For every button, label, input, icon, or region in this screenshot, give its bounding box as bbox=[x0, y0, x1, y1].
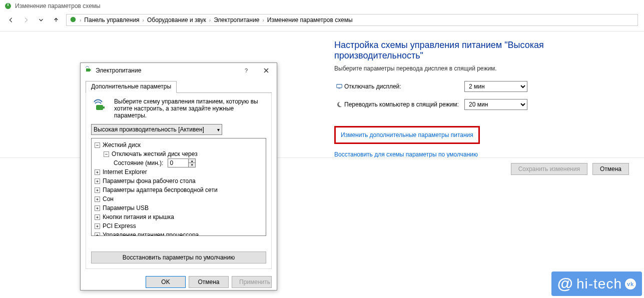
expand-icon[interactable]: + bbox=[95, 224, 100, 229]
crumb-power[interactable]: Электропитание bbox=[214, 16, 259, 24]
tab-advanced[interactable]: Дополнительные параметры bbox=[86, 81, 177, 93]
watermark-at: @ bbox=[557, 274, 573, 293]
window-title-bar: Изменение параметров схемы bbox=[0, 0, 644, 12]
svg-rect-2 bbox=[337, 84, 342, 88]
nav-bar: › Панель управления › Оборудование и зву… bbox=[0, 12, 644, 32]
crumb-hardware[interactable]: Оборудование и звук bbox=[147, 16, 206, 24]
tree-hdd-state-label: Состояние (мин.): bbox=[114, 158, 163, 168]
svg-rect-7 bbox=[96, 105, 103, 110]
ok-button[interactable]: OK bbox=[146, 276, 186, 288]
tree-usb[interactable]: Параметры USB bbox=[103, 204, 149, 212]
tabstrip: Дополнительные параметры bbox=[86, 81, 272, 93]
close-button[interactable] bbox=[260, 65, 273, 76]
power-plan-selected: Высокая производительность [Активен] bbox=[94, 126, 204, 133]
tree-hdd[interactable]: Жесткий диск bbox=[103, 140, 141, 150]
expand-icon[interactable]: + bbox=[95, 214, 100, 220]
display-off-select[interactable]: 2 мин bbox=[464, 81, 527, 92]
dialog-body: Дополнительные параметры Выберите схему … bbox=[81, 78, 277, 273]
setting-sleep-label: Переводить компьютер в спящий режим: bbox=[344, 101, 464, 108]
recent-dropdown[interactable] bbox=[36, 15, 46, 25]
setting-sleep: Переводить компьютер в спящий режим: 20 … bbox=[334, 99, 624, 110]
watermark-brand: hi-tech bbox=[576, 276, 622, 292]
breadcrumb-sep-icon: › bbox=[263, 18, 264, 23]
forward-button[interactable] bbox=[21, 15, 31, 25]
expand-icon[interactable]: + bbox=[95, 170, 100, 175]
crumb-edit-plan[interactable]: Изменение параметров схемы bbox=[267, 16, 353, 24]
battery-icon bbox=[85, 66, 93, 76]
page-subtext: Выберите параметры перевода дисплея в сп… bbox=[334, 65, 624, 72]
tree-hdd-off[interactable]: Отключать жесткий диск через bbox=[112, 150, 198, 158]
breadcrumb-sep-icon: › bbox=[143, 18, 144, 23]
vk-icon: vk bbox=[625, 278, 636, 290]
dialog-intro-text: Выберите схему управления питанием, кото… bbox=[114, 98, 266, 119]
expand-icon[interactable]: + bbox=[95, 178, 100, 184]
restore-defaults-button[interactable]: Восстановить параметры по умолчанию bbox=[91, 252, 266, 264]
main-content: Настройка схемы управления питанием "Выс… bbox=[334, 40, 624, 158]
expand-icon[interactable]: + bbox=[95, 206, 100, 211]
apply-button[interactable]: Применить bbox=[232, 276, 272, 288]
breadcrumb[interactable]: › Панель управления › Оборудование и зву… bbox=[66, 14, 638, 26]
svg-text:?: ? bbox=[245, 68, 248, 74]
page-footer-buttons: Сохранить изменения Отмена bbox=[511, 163, 629, 175]
power-plug-icon bbox=[91, 98, 109, 116]
restore-plan-defaults-link[interactable]: Восстановить для схемы параметры по умол… bbox=[334, 151, 478, 158]
tree-pci[interactable]: PCI Express bbox=[103, 222, 136, 230]
help-button[interactable]: ? bbox=[240, 65, 253, 76]
breadcrumb-sep-icon: › bbox=[209, 18, 211, 23]
collapse-icon[interactable]: − bbox=[104, 152, 109, 157]
dialog-titlebar: Электропитание ? bbox=[81, 63, 277, 78]
sleep-select[interactable]: 20 мин bbox=[464, 99, 527, 110]
watermark: @ hi-tech vk bbox=[551, 272, 642, 296]
hdd-minutes-spinner[interactable]: ▴▾ bbox=[168, 158, 196, 168]
hdd-minutes-input[interactable] bbox=[168, 159, 188, 167]
back-button[interactable] bbox=[6, 15, 16, 25]
crumb-control-panel[interactable]: Панель управления bbox=[84, 16, 139, 24]
dialog-cancel-button[interactable]: Отмена bbox=[189, 276, 229, 288]
dialog-intro: Выберите схему управления питанием, кото… bbox=[91, 98, 266, 119]
setting-display-off: Отключать дисплей: 2 мин bbox=[334, 81, 624, 92]
save-button[interactable]: Сохранить изменения bbox=[511, 163, 587, 175]
spin-down-icon[interactable]: ▾ bbox=[189, 163, 195, 167]
tree-sleep[interactable]: Сон bbox=[103, 194, 114, 204]
power-plan-select[interactable]: Высокая производительность [Активен] ▾ bbox=[91, 124, 222, 135]
expand-icon[interactable]: + bbox=[95, 196, 100, 202]
power-plan-icon bbox=[4, 2, 12, 10]
tree-lid[interactable]: Кнопки питания и крышка bbox=[103, 212, 174, 222]
moon-icon bbox=[334, 101, 344, 108]
dialog-title: Электропитание bbox=[96, 67, 141, 74]
expand-icon[interactable]: + bbox=[95, 188, 100, 193]
tree-ie[interactable]: Internet Explorer bbox=[103, 168, 147, 176]
tree-cpu[interactable]: Управление питанием процессора bbox=[103, 230, 199, 236]
settings-tree[interactable]: −Жесткий диск −Отключать жесткий диск че… bbox=[91, 138, 266, 236]
monitor-icon bbox=[334, 83, 344, 90]
advanced-power-link[interactable]: Изменить дополнительные параметры питани… bbox=[334, 126, 480, 144]
chevron-down-icon: ▾ bbox=[217, 127, 220, 132]
cancel-button[interactable]: Отмена bbox=[592, 163, 629, 175]
svg-rect-8 bbox=[103, 106, 105, 108]
expand-icon[interactable]: + bbox=[95, 232, 100, 236]
svg-point-1 bbox=[71, 16, 76, 22]
dialog-footer: OK Отмена Применить bbox=[81, 273, 277, 291]
tree-wallpaper[interactable]: Параметры фона рабочего стола bbox=[103, 176, 196, 186]
svg-rect-4 bbox=[86, 68, 90, 72]
page-heading: Настройка схемы управления питанием "Выс… bbox=[334, 40, 624, 61]
window-title-text: Изменение параметров схемы bbox=[15, 2, 101, 10]
power-options-dialog: Электропитание ? Дополнительные параметр… bbox=[80, 62, 277, 290]
breadcrumb-icon bbox=[70, 16, 77, 24]
collapse-icon[interactable]: − bbox=[95, 142, 100, 148]
up-button[interactable] bbox=[51, 15, 61, 25]
svg-rect-5 bbox=[90, 70, 91, 70]
tab-panel: Выберите схему управления питанием, кото… bbox=[86, 93, 272, 269]
setting-display-label: Отключать дисплей: bbox=[344, 83, 464, 90]
svg-rect-3 bbox=[338, 88, 340, 89]
breadcrumb-sep-icon: › bbox=[80, 18, 81, 23]
tree-wifi[interactable]: Параметры адаптера беспроводной сети bbox=[103, 186, 218, 194]
